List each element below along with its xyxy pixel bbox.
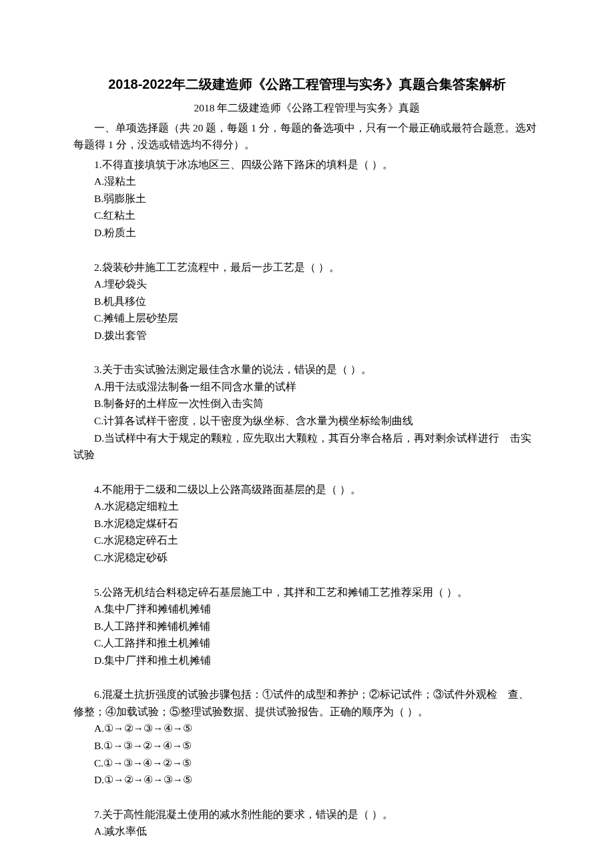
option-d: D.粉质土 xyxy=(73,224,541,242)
option-a: A.集中厂拌和摊铺机摊铺 xyxy=(73,600,541,618)
question-5: 5.公路无机结合料稳定碎石基层施工中，其拌和工艺和摊铺工艺推荐采用（ ）。 A.… xyxy=(73,584,541,669)
question-1: 1.不得直接填筑于冰冻地区三、四级公路下路床的填料是（ ）。 A.湿粘土 B.弱… xyxy=(73,156,541,242)
option-c: C.水泥稳定碎石土 xyxy=(73,532,541,549)
option-a: A.①→②→③→④→⑤ xyxy=(73,720,541,737)
option-d: D.①→②→④→③→⑤ xyxy=(73,771,541,789)
question-text: 2.袋装砂井施工工艺流程中，最后一步工艺是（ ）。 xyxy=(73,259,541,276)
option-a: A.水泥稳定细粒土 xyxy=(73,498,541,515)
question-text: 1.不得直接填筑于冰冻地区三、四级公路下路床的填料是（ ）。 xyxy=(73,156,541,173)
option-d: D.集中厂拌和推土机摊铺 xyxy=(73,652,541,669)
question-3: 3.关于击实试验法测定最佳含水量的说法，错误的是（ ）。 A.用干法或湿法制备一… xyxy=(73,361,541,463)
option-a: A.湿粘土 xyxy=(73,173,541,190)
option-a: A.减水率低 xyxy=(73,823,541,840)
question-text: 7.关于高性能混凝土使用的减水剂性能的要求，错误的是（ ）。 xyxy=(73,806,541,823)
option-d: D.当试样中有大于规定的颗粒，应先取出大颗粒，其百分率合格后，再对剩余试样进行 … xyxy=(73,430,541,464)
option-b: B.①→③→②→④→⑤ xyxy=(73,737,541,755)
document-title: 2018-2022年二级建造师《公路工程管理与实务》真题合集答案解析 xyxy=(73,73,541,95)
question-4: 4.不能用于二级和二级以上公路高级路面基层的是（ ）。 A.水泥稳定细粒土 B.… xyxy=(73,481,541,566)
question-6: 6.混凝土抗折强度的试验步骤包括：①试件的成型和养护；②标记试件；③试件外观检 … xyxy=(73,686,541,788)
option-b: B.人工路拌和摊铺机摊铺 xyxy=(73,618,541,635)
question-2: 2.袋装砂井施工工艺流程中，最后一步工艺是（ ）。 A.埋砂袋头 B.机具移位 … xyxy=(73,259,541,344)
option-c: C.摊铺上层砂垫层 xyxy=(73,310,541,327)
question-text: 4.不能用于二级和二级以上公路高级路面基层的是（ ）。 xyxy=(73,481,541,498)
document-subtitle: 2018 年二级建造师《公路工程管理与实务》真题 xyxy=(73,99,541,117)
section-header: 一、单项选择题（共 20 题，每题 1 分，每题的备选项中，只有一个最正确或最符… xyxy=(73,119,541,153)
option-b: B.机具移位 xyxy=(73,293,541,310)
option-b: B.水泥稳定煤矸石 xyxy=(73,515,541,532)
option-d: D.拨出套管 xyxy=(73,327,541,344)
option-c: C.红粘土 xyxy=(73,207,541,224)
option-c: C.计算各试样干密度，以干密度为纵坐标、含水量为横坐标绘制曲线 xyxy=(73,412,541,430)
option-c: C.①→③→④→②→⑤ xyxy=(73,755,541,772)
option-a: A.埋砂袋头 xyxy=(73,276,541,293)
question-text: 3.关于击实试验法测定最佳含水量的说法，错误的是（ ）。 xyxy=(73,361,541,378)
question-7: 7.关于高性能混凝土使用的减水剂性能的要求，错误的是（ ）。 A.减水率低 xyxy=(73,806,541,840)
option-a: A.用干法或湿法制备一组不同含水量的试样 xyxy=(73,378,541,396)
question-text: 5.公路无机结合料稳定碎石基层施工中，其拌和工艺和摊铺工艺推荐采用（ ）。 xyxy=(73,584,541,601)
question-text: 6.混凝土抗折强度的试验步骤包括：①试件的成型和养护；②标记试件；③试件外观检 … xyxy=(73,686,541,720)
option-d: C.水泥稳定砂砾 xyxy=(73,549,541,566)
option-c: C.人工路拌和推土机摊铺 xyxy=(73,634,541,652)
option-b: B.弱膨胀土 xyxy=(73,190,541,207)
option-b: B.制备好的土样应一次性倒入击实筒 xyxy=(73,395,541,412)
